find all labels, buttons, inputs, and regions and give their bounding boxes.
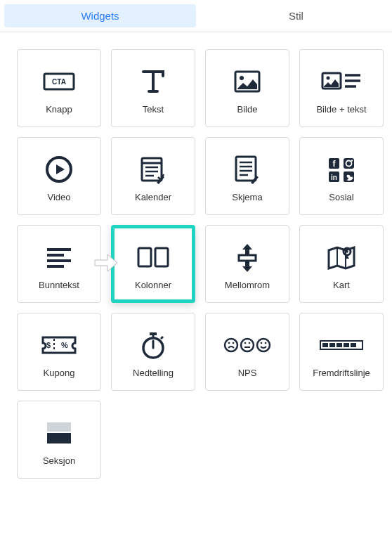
widget-bunntekst[interactable]: Bunntekst bbox=[17, 225, 101, 303]
svg-point-49 bbox=[244, 342, 247, 344]
footer-text-icon bbox=[44, 238, 74, 277]
section-icon bbox=[44, 414, 74, 453]
widget-knapp[interactable]: CTA Knapp bbox=[17, 49, 101, 127]
svg-rect-60 bbox=[351, 343, 356, 347]
widget-label: Skjema bbox=[232, 192, 262, 202]
widget-fremdriftslinje[interactable]: Fremdriftslinje bbox=[299, 313, 384, 391]
widget-label: Kupong bbox=[44, 368, 75, 378]
social-icon: f in bbox=[326, 150, 357, 189]
map-icon bbox=[326, 238, 357, 277]
widget-label: NPS bbox=[238, 368, 257, 378]
svg-rect-42 bbox=[150, 332, 157, 335]
widget-bilde-tekst[interactable]: Bilde + tekst bbox=[299, 49, 384, 127]
svg-rect-62 bbox=[47, 433, 71, 443]
svg-point-46 bbox=[228, 342, 230, 344]
svg-text:in: in bbox=[331, 174, 337, 181]
svg-point-53 bbox=[261, 342, 263, 344]
svg-rect-57 bbox=[329, 343, 335, 347]
svg-point-47 bbox=[233, 342, 235, 344]
cta-button-icon: CTA bbox=[42, 63, 76, 101]
calendar-icon bbox=[140, 150, 166, 189]
widget-grid: CTA Knapp Tekst Bilde Bilde + tekst Vide… bbox=[0, 32, 392, 496]
form-icon bbox=[234, 150, 261, 189]
widget-kart[interactable]: Kart bbox=[299, 225, 384, 303]
widget-nedtelling[interactable]: Nedtelling bbox=[111, 313, 195, 391]
widget-label: Bilde bbox=[237, 104, 258, 115]
svg-rect-32 bbox=[138, 248, 151, 266]
svg-point-48 bbox=[241, 339, 254, 351]
svg-point-54 bbox=[265, 342, 267, 344]
svg-text:CTA: CTA bbox=[52, 78, 66, 86]
widget-label: Seksjon bbox=[43, 455, 75, 466]
stopwatch-icon bbox=[140, 326, 166, 365]
svg-rect-59 bbox=[344, 343, 349, 347]
widget-label: Bilde + tekst bbox=[316, 104, 366, 115]
widget-label: Fremdriftslinje bbox=[313, 368, 370, 378]
widget-nps[interactable]: NPS bbox=[205, 313, 289, 391]
columns-icon bbox=[136, 238, 171, 277]
widget-label: Kalender bbox=[135, 192, 171, 202]
widget-label: Bunntekst bbox=[39, 280, 79, 290]
svg-text:$: $ bbox=[46, 341, 51, 349]
svg-point-45 bbox=[225, 339, 237, 351]
progress-bar-icon bbox=[319, 326, 364, 365]
svg-rect-56 bbox=[322, 343, 328, 347]
widget-mellomrom[interactable]: Mellomrom bbox=[205, 225, 289, 303]
coupon-icon: $% bbox=[40, 326, 78, 365]
widget-label: Kart bbox=[333, 280, 350, 290]
image-text-icon bbox=[321, 63, 362, 101]
widget-tekst[interactable]: Tekst bbox=[111, 49, 195, 127]
svg-rect-34 bbox=[239, 255, 256, 261]
svg-rect-61 bbox=[47, 422, 71, 432]
svg-point-3 bbox=[240, 76, 244, 80]
svg-point-5 bbox=[327, 77, 330, 80]
widget-video[interactable]: Video bbox=[17, 137, 101, 215]
widget-seksjon[interactable]: Seksjon bbox=[17, 401, 101, 479]
tabs: Widgets Stil bbox=[0, 0, 392, 32]
widget-label: Sosial bbox=[329, 192, 353, 202]
widget-label: Video bbox=[47, 192, 70, 202]
svg-line-44 bbox=[161, 337, 163, 339]
widget-kalender[interactable]: Kalender bbox=[111, 137, 195, 215]
video-play-icon bbox=[44, 150, 74, 189]
svg-rect-22 bbox=[344, 158, 354, 169]
svg-text:%: % bbox=[61, 341, 68, 349]
nps-faces-icon bbox=[223, 326, 272, 365]
widget-sosial[interactable]: f in Sosial bbox=[299, 137, 384, 215]
svg-point-36 bbox=[346, 250, 348, 253]
widget-label: Nedtelling bbox=[133, 368, 174, 378]
svg-point-52 bbox=[257, 339, 270, 351]
spacing-icon bbox=[235, 238, 260, 277]
svg-rect-15 bbox=[236, 157, 256, 181]
widget-label: Kolonner bbox=[135, 280, 171, 290]
text-icon bbox=[139, 63, 167, 101]
image-icon bbox=[233, 63, 261, 101]
tab-widgets[interactable]: Widgets bbox=[4, 4, 196, 27]
svg-rect-33 bbox=[155, 248, 168, 266]
widget-kolonner[interactable]: Kolonner bbox=[111, 225, 195, 303]
widget-skjema[interactable]: Skjema bbox=[205, 137, 289, 215]
widget-kupong[interactable]: $% Kupong bbox=[17, 313, 101, 391]
svg-point-50 bbox=[249, 342, 251, 344]
widget-label: Knapp bbox=[46, 104, 72, 115]
svg-point-24 bbox=[351, 160, 353, 161]
tab-stil[interactable]: Stil bbox=[200, 0, 392, 32]
svg-rect-58 bbox=[337, 343, 342, 347]
widget-label: Tekst bbox=[143, 104, 164, 115]
widget-label: Mellomrom bbox=[225, 280, 270, 290]
widget-bilde[interactable]: Bilde bbox=[205, 49, 289, 127]
